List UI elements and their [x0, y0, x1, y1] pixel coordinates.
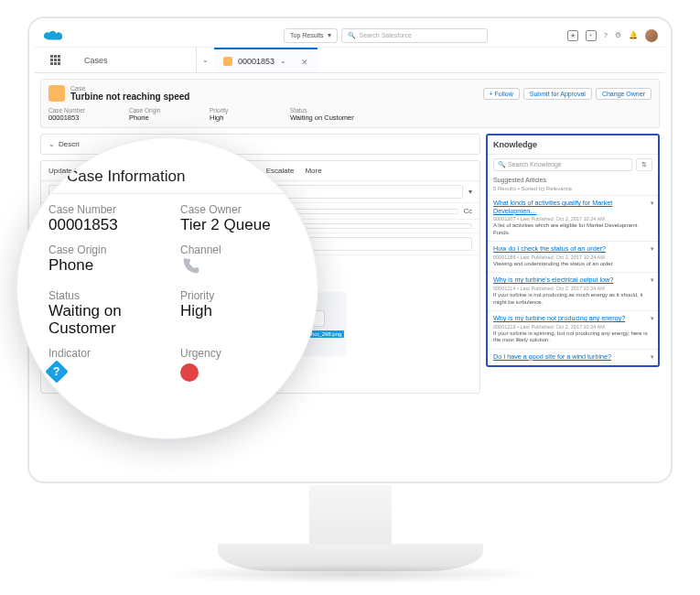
knowledge-article-item[interactable]: ▾How do I check the status of an order?0… [488, 241, 658, 272]
submit-approval-button[interactable]: Submit for Approval [523, 88, 592, 100]
object-tab-cases[interactable]: Cases [75, 48, 196, 72]
article-snippet: Viewing and understanding the status of … [493, 261, 652, 268]
record-highlights-panel: Case Turbine not reaching speed + Follow… [40, 79, 660, 128]
cc-label[interactable]: Cc [464, 207, 472, 215]
app-launcher-icon[interactable] [35, 48, 75, 72]
record-object-label: Case [70, 85, 478, 92]
action-escalate[interactable]: Escalate [266, 167, 295, 175]
knowledge-article-item[interactable]: ▾Why is my turbine's electrical output l… [488, 272, 658, 310]
object-tab-dropdown[interactable]: ⌄ [196, 48, 214, 72]
action-more[interactable]: More [305, 167, 321, 175]
article-meta: 00001188 • Last Published: Oct 2, 2017 1… [493, 254, 652, 260]
phone-icon [180, 256, 200, 276]
case-icon [48, 85, 65, 102]
article-title[interactable]: Do I have a good site for a wind turbine… [493, 353, 652, 362]
article-meta: 00001207 • Last Published: Oct 2, 2017 1… [493, 216, 652, 222]
article-menu-icon[interactable]: ▾ [651, 276, 654, 284]
knowledge-article-item[interactable]: ▾Why is my turbine not producing any ene… [488, 310, 658, 349]
article-meta: 00001214 • Last Published: Oct 2, 2017 1… [493, 286, 652, 291]
salesforce-logo-icon [42, 28, 66, 43]
article-menu-icon[interactable]: ▾ [651, 315, 654, 322]
article-meta: 00001213 • Last Published: Oct 2, 2017 1… [493, 324, 652, 330]
search-icon: 🔍 [348, 32, 356, 39]
case-information-header[interactable]: ⌄ Case Information [48, 162, 292, 194]
follow-button[interactable]: + Follow [483, 88, 520, 100]
article-menu-icon[interactable]: ▾ [651, 200, 654, 207]
priority-value: High [180, 302, 292, 320]
tab-dropdown-icon[interactable]: ⌄ [280, 57, 286, 65]
close-tab-icon[interactable]: ✕ [301, 58, 308, 65]
article-title[interactable]: Why is my turbine's electrical output lo… [493, 276, 652, 285]
change-owner-button[interactable]: Change Owner [596, 88, 652, 100]
knowledge-article-item[interactable]: ▾Do I have a good site for a wind turbin… [488, 349, 658, 366]
workspace-tab-case[interactable]: 00001853 ⌄ ✕ [214, 48, 318, 72]
record-title: Turbine not reaching speed [70, 92, 478, 102]
search-scope-dropdown[interactable]: Top Results▾ [284, 28, 338, 43]
article-menu-icon[interactable]: ▾ [651, 245, 654, 253]
nav-tabs: Cases ⌄ 00001853 ⌄ ✕ [35, 48, 665, 73]
monitor-stand [309, 485, 392, 544]
urgency-dot-icon [180, 363, 199, 382]
tab-label: 00001853 [238, 57, 275, 66]
article-menu-icon[interactable]: ▾ [651, 353, 654, 361]
zoom-lens: ⌄ Case Information Case Number00001853 C… [16, 137, 318, 439]
article-title[interactable]: Why is my turbine not producing any ener… [493, 315, 652, 323]
highlights-fields: Case Number00001853 Case OriginPhone Pri… [48, 107, 652, 122]
user-avatar[interactable] [645, 29, 658, 42]
add-icon[interactable]: + [586, 30, 597, 41]
case-origin-value: Phone [48, 256, 160, 275]
global-search-input[interactable]: 🔍 Search Salesforce [341, 28, 488, 43]
case-owner-value: Tier 2 Queue [180, 216, 292, 234]
knowledge-article-item[interactable]: ▾What kinds of activities qualify for Ma… [488, 195, 658, 241]
knowledge-suggested-label: Suggested Articles [488, 175, 658, 185]
global-header: Top Results▾ 🔍 Search Salesforce ★ + ? ⚙… [35, 24, 665, 48]
case-icon [223, 57, 232, 66]
article-title[interactable]: How do I check the status of an order? [493, 245, 652, 254]
knowledge-result-meta: 5 Results • Sorted by Relevance [488, 185, 658, 195]
knowledge-title: Knowledge [488, 135, 658, 155]
indicator-icon: ? [45, 360, 68, 383]
article-snippet: If your turbine is not producing as much… [493, 292, 652, 306]
case-number-value: 00001853 [48, 216, 160, 234]
article-title[interactable]: What kinds of activities qualify for Mar… [493, 200, 652, 215]
knowledge-sort-button[interactable]: ⇅ [636, 158, 652, 171]
notifications-bell-icon[interactable]: 🔔 [629, 31, 638, 39]
help-icon[interactable]: ? [604, 31, 608, 39]
expand-icon[interactable]: ▾ [468, 188, 472, 196]
setup-gear-icon[interactable]: ⚙ [615, 31, 621, 39]
status-value: Waiting on Customer [48, 302, 160, 338]
article-snippet: A list of activities which are eligible … [493, 222, 652, 236]
favorites-icon[interactable]: ★ [567, 30, 578, 41]
knowledge-search-input[interactable]: 🔍 Search Knowledge [493, 158, 632, 171]
knowledge-panel: Knowledge 🔍 Search Knowledge ⇅ Suggested… [486, 134, 660, 367]
article-snippet: If your turbine is spinning, but not pro… [493, 330, 652, 344]
monitor-shadow [158, 564, 543, 584]
